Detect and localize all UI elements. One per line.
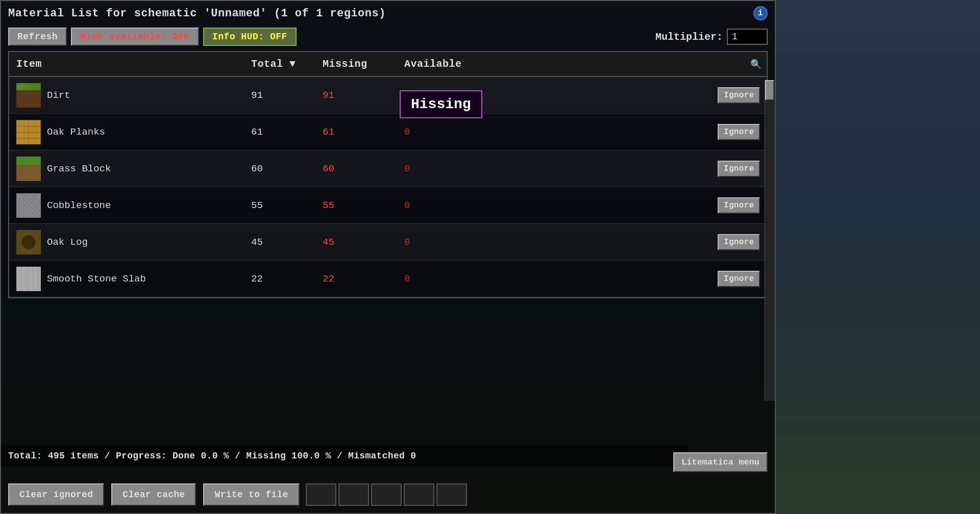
table-row: Oak Planks 61 61 0 Ignore [9,114,767,150]
th-total[interactable]: Total ▼ [244,52,315,76]
scrollbar-thumb[interactable] [765,80,774,100]
item-name: Dirt [47,90,70,101]
item-name: Cobblestone [47,200,111,211]
td-available: 0 [397,269,499,289]
ignore-button[interactable]: Ignore [718,87,760,104]
empty-slots [304,483,467,506]
search-icon: 🔍 [750,59,762,70]
td-available: 0 [397,196,499,215]
clear-ignored-button[interactable]: Clear ignored [8,483,104,506]
td-item: Smooth Stone Slab [9,263,244,295]
block-icon [16,83,41,108]
main-panel: Material List for schematic 'Unnamed' (1… [0,0,776,514]
td-ignore: Ignore [710,120,767,144]
th-available: Available [397,52,499,76]
empty-slot-3 [371,483,402,506]
td-ignore: Ignore [710,157,767,181]
ignore-button[interactable]: Ignore [718,234,760,250]
block-icon [16,230,41,254]
empty-slot-4 [404,483,434,506]
material-table: Item Total ▼ Missing Available 🔍 Dirt 91… [8,51,768,298]
ignore-button[interactable]: Ignore [718,161,760,177]
td-available: 0 [397,159,499,178]
th-missing: Missing [315,52,397,76]
item-name: Oak Log [47,237,88,248]
td-spacer [499,165,710,173]
td-ignore: Ignore [710,83,767,108]
td-missing: 45 [315,233,397,252]
empty-slot-2 [338,483,369,506]
info-icon[interactable]: i [753,6,768,20]
table-body: Dirt 91 91 0 Ignore Oak Planks 61 61 0 I… [9,77,767,297]
scrollbar-track[interactable] [765,80,775,401]
multiplier-area: Multiplier: [655,29,768,45]
item-name: Smooth Stone Slab [47,273,146,285]
litematica-menu-button[interactable]: Litematica menu [673,452,768,472]
table-row: Dirt 91 91 0 Ignore [9,77,767,114]
bottom-buttons: Clear ignored Clear cache Write to file [1,483,467,506]
table-row: Grass Block 60 60 0 Ignore [9,150,767,187]
td-item: Grass Block [9,152,244,185]
block-icon [16,193,41,218]
ignore-button[interactable]: Ignore [718,271,760,287]
multiplier-input[interactable] [727,29,768,45]
window-title: Material List for schematic 'Unnamed' (1… [8,7,386,20]
ignore-button[interactable]: Ignore [718,197,760,214]
td-item: Oak Log [9,226,244,259]
ignore-button[interactable]: Ignore [718,124,760,140]
empty-slot-5 [436,483,467,506]
block-icon [16,267,41,291]
td-spacer [499,91,710,99]
th-item: Item [9,52,244,76]
table-header: Item Total ▼ Missing Available 🔍 [9,52,767,77]
td-available: 0 [397,233,499,252]
item-name: Grass Block [47,163,111,174]
td-total: 22 [244,269,315,289]
td-spacer [499,128,710,136]
table-row: Oak Log 45 45 0 Ignore [9,224,767,261]
td-missing: 22 [315,269,397,289]
td-spacer [499,275,710,283]
td-ignore: Ignore [710,267,767,291]
td-total: 60 [244,159,315,178]
td-total: 61 [244,122,315,142]
footer-status: Total: 495 items / Progress: Done 0.0 % … [1,445,688,467]
td-missing: 55 [315,196,397,215]
toolbar: Refresh Hide available: OFF Info HUD: OF… [1,24,775,51]
write-to-file-button[interactable]: Write to file [203,483,299,506]
block-icon [16,157,41,181]
td-missing: 61 [315,122,397,142]
item-name: Oak Planks [47,126,105,138]
title-bar: Material List for schematic 'Unnamed' (1… [1,1,775,24]
td-spacer [499,238,710,246]
td-total: 55 [244,196,315,215]
clear-cache-button[interactable]: Clear cache [111,483,196,506]
empty-slot-1 [306,483,336,506]
td-available: 0 [397,86,499,105]
td-spacer [499,201,710,210]
td-item: Cobblestone [9,189,244,222]
block-icon [16,120,41,144]
table-row: Smooth Stone Slab 22 22 0 Ignore [9,261,767,297]
table-row: Cobblestone 55 55 0 Ignore [9,187,767,224]
td-ignore: Ignore [710,230,767,254]
hide-available-button[interactable]: Hide available: OFF [71,28,199,46]
td-total: 91 [244,86,315,105]
td-missing: 91 [315,86,397,105]
td-missing: 60 [315,159,397,178]
td-item: Oak Planks [9,116,244,148]
td-ignore: Ignore [710,193,767,218]
td-available: 0 [397,122,499,142]
td-total: 45 [244,233,315,252]
td-item: Dirt [9,79,244,112]
multiplier-label: Multiplier: [655,31,723,43]
th-search: 🔍 [499,52,767,76]
info-hud-button[interactable]: Info HUD: OFF [203,28,297,46]
refresh-button[interactable]: Refresh [8,28,67,46]
